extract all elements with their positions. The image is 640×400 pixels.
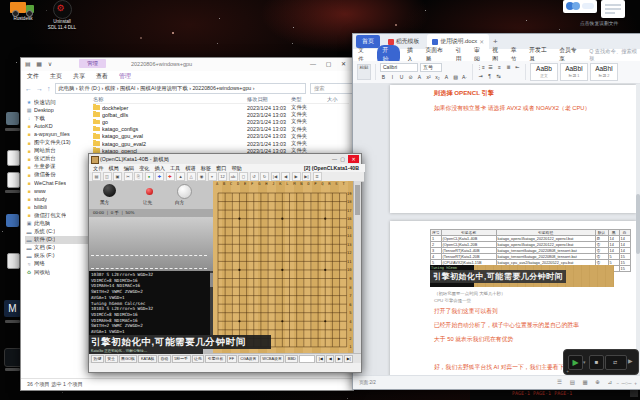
sidebar-item[interactable]: ■ 生意参谋 (25, 163, 89, 171)
toolbar-icon[interactable]: ✂ (124, 172, 133, 181)
paragraph-icon[interactable]: ≣ (505, 64, 512, 71)
status-button[interactable]: 5秒一手 (172, 355, 191, 363)
next-icon[interactable]: ▶ (628, 357, 633, 364)
status-button[interactable]: FF (227, 355, 237, 363)
ribbon-tab[interactable]: 文件 (27, 72, 39, 81)
paragraph-icon[interactable]: ⇤ (514, 64, 521, 71)
shuffle-button[interactable]: ⇄ (605, 355, 627, 370)
embedded-screenshot[interactable]: Tuning hGemm VDIMCC=8 NDIMCD=16 VDIMAH=1… (430, 265, 614, 287)
file-row[interactable]: gofbat_dlls 2023/1/24 13:03 文件夹 (93, 111, 351, 118)
format-icon[interactable]: ▨ (452, 74, 459, 81)
column-headers[interactable]: 名称 修改日期 类型 大小 (93, 96, 349, 104)
desktop-icon-1[interactable] (6, 112, 19, 125)
back-icon[interactable]: ← (25, 85, 32, 92)
sidebar-item[interactable]: ■ WeChat Files (25, 179, 89, 187)
toolbar-icon[interactable]: ◫ (103, 172, 112, 181)
paragraph-icon[interactable]: ☰ (487, 64, 494, 71)
toolbar-icon[interactable]: ◀ (281, 172, 290, 181)
toolbar-icon[interactable]: ↻ (260, 172, 269, 181)
column-type[interactable]: 类型 (291, 96, 327, 103)
widget-card[interactable] (601, 0, 625, 18)
minimize-button[interactable]: — (332, 156, 337, 162)
toolbar-icon[interactable]: ▤ (92, 172, 101, 181)
sidebar-item[interactable]: ▬ 系统 (C:) (25, 228, 89, 236)
sidebar-item[interactable]: ■ 网站后台 (25, 147, 89, 155)
breadcrumb[interactable]: 此电脑 › 软件 (D:) › 棋牌 › 围棋AI › 围棋AI使用说明下载 ›… (55, 83, 307, 94)
sidebar-item[interactable]: ★ 快速访问 (25, 98, 89, 106)
status-button[interactable]: 引擎分析 (205, 355, 226, 363)
go-menu-item[interactable]: 标签 (201, 165, 211, 172)
style-card[interactable]: AaBbI 标题 1 (560, 63, 588, 81)
toolbar-icon[interactable]: ↺ (250, 172, 259, 181)
font-name-select[interactable]: Calibri (380, 63, 418, 72)
doc-page-1[interactable]: 则选择 OPENCL 引擎 如果你没有独立显卡 请选择 AVX2 或者 NOAV… (390, 85, 636, 213)
sidebar-item[interactable]: ▬ 软件 (D:) (25, 236, 89, 244)
toolbar-icon[interactable]: ✚ (155, 172, 164, 181)
status-button[interactable]: 热键 (91, 355, 104, 363)
go-scrollbar[interactable] (353, 181, 361, 353)
sidebar-item[interactable]: ▬ 文档 (E:) (25, 244, 89, 252)
font-size-select[interactable]: 五号 (420, 63, 442, 72)
toolbar-icon[interactable]: ▶| (302, 172, 311, 181)
sidebar-item[interactable]: ■ 张记后台 (25, 155, 89, 163)
search-commands[interactable]: Q 查找命令、搜索模板 (589, 48, 640, 62)
format-icon[interactable]: A (416, 74, 423, 81)
column-date[interactable]: 修改日期 (247, 96, 291, 103)
status-button[interactable]: KATA棋 (138, 355, 156, 363)
go-menu-item[interactable]: 窗口 (216, 165, 226, 172)
sidebar-item[interactable]: ▬ 娱乐 (F:) (25, 252, 89, 260)
paragraph-icon[interactable]: ≡ (496, 64, 503, 71)
sidebar-item[interactable]: ■ 微信打包文件 (25, 211, 89, 219)
format-icon[interactable]: x² (425, 74, 432, 81)
sidebar-item[interactable]: ▣ 此电脑 (25, 219, 89, 227)
play-dropdown-icon[interactable]: ▾ (583, 359, 586, 365)
paragraph-icon[interactable]: ¶ (486, 73, 493, 80)
desktop-icon-4[interactable] (6, 214, 19, 227)
play-button[interactable]: ▶ (568, 355, 583, 370)
tab-close-icon[interactable]: ✕ (479, 39, 484, 45)
ribbon-tab[interactable]: 主页 (50, 72, 62, 81)
engine-console[interactable]: 10307 S L2Error=5 WGD=32 VDIMCC=8 NDIMCD… (89, 271, 213, 335)
search-input[interactable]: 搜索 (310, 83, 357, 94)
toolbar-icon[interactable]: ≣ (313, 172, 322, 181)
sidebar-item[interactable]: ↓ 下载 (25, 114, 89, 122)
go-menu-item[interactable]: 编辑 (124, 165, 134, 172)
sidebar-item[interactable]: ▦ Desktop (25, 106, 89, 114)
explorer-titlebar[interactable]: ▤ ▦ ∨ 管理 20220806+windows+gpu — ▢ ✕ (21, 58, 353, 72)
nav-button[interactable]: ▶| (344, 355, 353, 363)
nav-button[interactable]: ▶ (335, 355, 343, 363)
sidebar-item[interactable]: ■ a-wpsyun_files (25, 130, 89, 138)
wps-scrollbar[interactable] (636, 84, 640, 374)
status-button[interactable]: WCBA设置 (260, 355, 284, 363)
new-tab-button[interactable]: + (493, 37, 498, 46)
go-menu-item[interactable]: 棋谱 (185, 165, 195, 172)
sidebar-item[interactable]: ♻ 回收站 (25, 268, 89, 276)
status-button[interactable]: 黑GO棋 (119, 355, 138, 363)
format-icon[interactable]: A· (461, 74, 468, 81)
file-row[interactable]: go 2023/1/24 13:03 文件夹 (93, 118, 351, 125)
ribbon-tab[interactable]: 共享 (73, 72, 85, 81)
sidebar-item[interactable]: ≈ 网络 (25, 260, 89, 268)
go-menu-item[interactable]: 插入 (155, 165, 165, 172)
format-icon[interactable]: I (389, 74, 396, 81)
close-button[interactable]: ✕ (348, 155, 359, 163)
toolbar-icon[interactable]: ▣ (113, 172, 122, 181)
up-icon[interactable]: ↑ (47, 85, 51, 92)
toolbar-icon[interactable]: ▶ (292, 172, 301, 181)
go-menu-item[interactable]: 变化 (139, 165, 149, 172)
paragraph-icon[interactable]: ⇥ (477, 73, 484, 80)
column-size[interactable]: 大小 (327, 96, 349, 103)
status-button[interactable]: BBD (285, 355, 298, 363)
status-button[interactable]: 让先 (192, 355, 205, 363)
paragraph-icon[interactable]: ↹ (495, 73, 502, 80)
toolbar-icon[interactable]: ● (145, 172, 154, 181)
ribbon-tab[interactable]: 管理 (119, 72, 131, 81)
toolbar-icon[interactable]: ✚ (166, 172, 175, 181)
format-icon[interactable]: B (380, 74, 387, 81)
toolbar-icon[interactable]: |◀ (271, 172, 280, 181)
paragraph-icon[interactable]: ⋮≡ (477, 64, 485, 71)
console-strip-scrollbar[interactable] (630, 389, 638, 397)
toolbar-icon[interactable]: ab (229, 172, 238, 181)
toolbar-icon[interactable]: ⎘ (134, 172, 143, 181)
go-board[interactable]: A B C D E F G H J K L M N O P Q R S T 19… (213, 181, 353, 353)
